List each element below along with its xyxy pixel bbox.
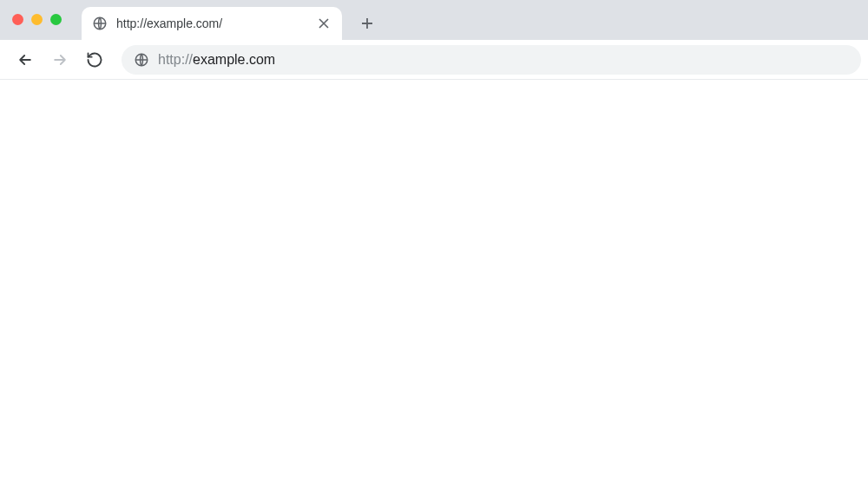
new-tab-button[interactable] (354, 10, 380, 36)
back-button[interactable] (10, 45, 40, 75)
tab-strip: http://example.com/ (0, 0, 868, 40)
url-host: example.com (193, 52, 275, 68)
browser-tab[interactable]: http://example.com/ (82, 7, 342, 40)
forward-button[interactable] (45, 45, 75, 75)
address-text: http://example.com (158, 52, 275, 68)
window-minimize-button[interactable] (31, 14, 43, 25)
address-bar[interactable]: http://example.com (122, 45, 861, 75)
window-controls (12, 14, 62, 25)
toolbar: http://example.com (0, 40, 868, 80)
close-tab-button[interactable] (316, 16, 332, 31)
page-content (0, 80, 868, 497)
tab-title: http://example.com/ (116, 16, 307, 30)
site-info-globe-icon[interactable] (134, 52, 149, 68)
url-scheme: http:// (158, 52, 193, 68)
window-close-button[interactable] (12, 14, 23, 25)
reload-button[interactable] (80, 45, 109, 75)
window-maximize-button[interactable] (50, 14, 62, 25)
globe-icon (92, 16, 108, 31)
